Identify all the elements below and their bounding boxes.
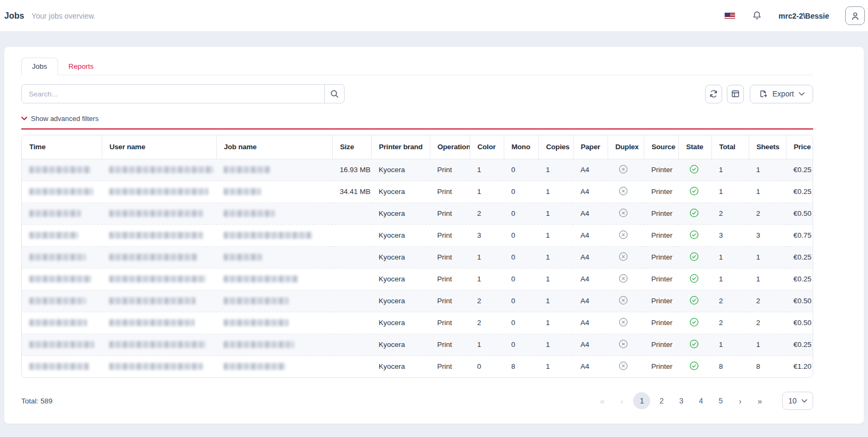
sheets-cell: 1: [749, 181, 786, 203]
redacted-cell: [216, 312, 332, 334]
operation-cell: Print: [430, 246, 470, 268]
total-cell: 1: [711, 246, 749, 268]
first-page-button[interactable]: «: [594, 392, 611, 409]
mono-cell: 0: [504, 224, 538, 246]
column-header-price[interactable]: Price: [786, 135, 813, 159]
column-header-paper[interactable]: Paper: [573, 135, 608, 159]
color-cell: 1: [470, 246, 504, 268]
price-cell: €1.20: [786, 355, 813, 377]
topbar-right: mrc2-2\Bessie: [724, 6, 865, 25]
source-cell: Printer: [644, 355, 678, 377]
circle-x-icon: [619, 165, 628, 174]
job-row[interactable]: KyoceraPrint201A4Printer22€0.50: [22, 203, 813, 224]
redacted-cell: [22, 268, 102, 290]
export-button[interactable]: Export: [750, 85, 813, 103]
redacted-cell: [102, 181, 216, 203]
tab-reports[interactable]: Reports: [58, 58, 104, 75]
column-header-total[interactable]: Total: [711, 135, 749, 159]
blurred-text: [224, 297, 289, 304]
column-header-printer-brand[interactable]: Printer brand: [371, 135, 430, 159]
mono-cell: 0: [504, 246, 538, 268]
blurred-text: [109, 297, 195, 304]
job-row[interactable]: KyoceraPrint101A4Printer11€0.25: [22, 268, 813, 290]
current-user-label: mrc2-2\Bessie: [779, 12, 829, 20]
job-row[interactable]: 16.93 MBKyoceraPrint101A4Printer11€0.25: [22, 159, 813, 181]
operation-cell: Print: [430, 312, 470, 334]
prev-page-button[interactable]: ‹: [613, 392, 630, 409]
redacted-cell: [22, 246, 102, 268]
mono-cell: 0: [504, 159, 538, 181]
column-header-operation[interactable]: Operation: [430, 135, 470, 159]
total-cell: 2: [711, 203, 749, 224]
circle-x-icon: [619, 296, 628, 305]
page-button-4[interactable]: 4: [692, 392, 709, 409]
job-row[interactable]: KyoceraPrint081A4Printer88€1.20: [22, 355, 813, 377]
language-flag-icon[interactable]: [724, 12, 735, 19]
circle-x-icon: [619, 187, 628, 196]
page-button-1[interactable]: 1: [633, 392, 650, 409]
file-export-icon: [758, 89, 768, 99]
color-cell: 3: [470, 224, 504, 246]
column-header-mono[interactable]: Mono: [504, 135, 538, 159]
circle-check-icon: [690, 339, 699, 349]
bell-icon: [751, 10, 763, 21]
redacted-cell: [22, 355, 102, 377]
paper-cell: A4: [573, 312, 608, 334]
circle-check-icon: [690, 274, 699, 283]
source-cell: Printer: [644, 159, 678, 181]
blurred-text: [29, 166, 91, 173]
column-header-user-name[interactable]: User name: [102, 135, 216, 159]
blurred-text: [109, 276, 206, 282]
printer-brand-cell: Kyocera: [371, 312, 430, 334]
printer-brand-cell: Kyocera: [371, 334, 430, 355]
column-header-size[interactable]: Size: [332, 135, 371, 159]
column-header-job-name[interactable]: Job name: [216, 135, 332, 159]
refresh-button[interactable]: [705, 85, 722, 103]
state-cell: [678, 203, 711, 224]
column-header-copies[interactable]: Copies: [538, 135, 573, 159]
search-input[interactable]: [22, 85, 324, 103]
size-cell: 34.41 MB: [332, 181, 371, 203]
top-bar: Jobs Your jobs overview. mrc2-2\Bessie: [0, 0, 868, 32]
column-header-source[interactable]: Source: [644, 135, 678, 159]
user-menu-button[interactable]: [845, 6, 865, 25]
job-row[interactable]: 34.41 MBKyoceraPrint101A4Printer11€0.25: [22, 181, 813, 203]
blurred-text: [29, 297, 86, 304]
column-header-duplex[interactable]: Duplex: [608, 135, 644, 159]
column-header-sheets[interactable]: Sheets: [749, 135, 786, 159]
columns-settings-button[interactable]: [727, 85, 744, 103]
job-row[interactable]: KyoceraPrint101A4Printer11€0.25: [22, 246, 813, 268]
state-cell: [678, 224, 711, 246]
job-row[interactable]: KyoceraPrint201A4Printer22€0.50: [22, 290, 813, 312]
page-size-select[interactable]: 10: [782, 392, 813, 410]
job-row[interactable]: KyoceraPrint201A4Printer22€0.50: [22, 312, 813, 334]
operation-cell: Print: [430, 181, 470, 203]
redacted-cell: [216, 246, 332, 268]
tab-jobs[interactable]: Jobs: [21, 58, 58, 75]
blurred-text: [109, 319, 194, 326]
redacted-cell: [216, 355, 332, 377]
last-page-button[interactable]: »: [751, 392, 768, 409]
state-cell: [678, 268, 711, 290]
search-submit-button[interactable]: [324, 85, 344, 103]
notifications-button[interactable]: [751, 10, 763, 21]
source-cell: Printer: [644, 334, 678, 355]
column-header-time[interactable]: Time: [22, 135, 102, 159]
page-button-3[interactable]: 3: [673, 392, 690, 409]
page-button-2[interactable]: 2: [653, 392, 670, 409]
column-header-color[interactable]: Color: [470, 135, 504, 159]
duplex-cell: [608, 268, 644, 290]
advanced-filters-toggle[interactable]: Show advanced filters: [21, 115, 813, 123]
page-button-5[interactable]: 5: [712, 392, 729, 409]
next-page-button[interactable]: ›: [732, 392, 749, 409]
state-cell: [678, 246, 711, 268]
redacted-cell: [102, 268, 216, 290]
printer-brand-cell: Kyocera: [371, 181, 430, 203]
size-cell: [332, 224, 371, 246]
job-row[interactable]: KyoceraPrint301A4Printer33€0.75: [22, 224, 813, 246]
job-row[interactable]: KyoceraPrint101A4Printer11€0.25: [22, 334, 813, 355]
circle-x-icon: [619, 252, 628, 261]
column-header-state[interactable]: State: [678, 135, 711, 159]
printer-brand-cell: Kyocera: [371, 203, 430, 224]
size-cell: [332, 268, 371, 290]
